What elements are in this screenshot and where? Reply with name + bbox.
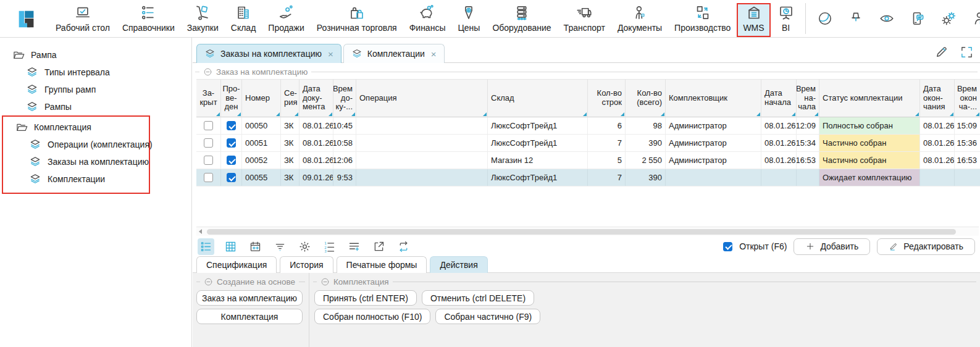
closed-checkbox[interactable] xyxy=(204,173,213,182)
pin-button[interactable] xyxy=(840,2,871,35)
cell-end_time: 15:36 xyxy=(955,135,980,151)
detail-tab[interactable]: Печатные формы xyxy=(337,256,427,273)
filter-button[interactable] xyxy=(272,238,288,255)
table-row[interactable]: 00050ЗК08.01.2610:45ЛюксСофтТрейд1698Адм… xyxy=(196,117,980,135)
edit-button[interactable]: Редактировать xyxy=(877,238,975,255)
closed-checkbox[interactable] xyxy=(204,156,213,165)
scroll-left-arrow-icon[interactable] xyxy=(199,229,202,234)
action-button[interactable]: Собран полностью (F10) xyxy=(314,309,430,324)
column-header-doc_time[interactable]: Врем до- ку-... xyxy=(333,79,356,117)
cell-doc_date: 08.01.26 xyxy=(299,152,333,169)
action-button[interactable]: Заказ на комплектацию xyxy=(196,290,303,306)
user-lock-button[interactable] xyxy=(964,2,980,35)
posted-checkbox[interactable] xyxy=(227,138,236,148)
toolbar-module-button[interactable]: Склад xyxy=(225,3,262,37)
app-logo[interactable] xyxy=(15,7,38,30)
column-header-end_time[interactable]: Врем окон ча-... xyxy=(955,79,980,117)
phone-message-icon xyxy=(910,10,926,27)
action-button[interactable]: Принять (ctrl ENTER) xyxy=(314,290,417,306)
column-header-start_date[interactable]: Дата начала xyxy=(761,79,797,117)
toolbar-module-button[interactable]: BI xyxy=(771,3,802,37)
toolbar-module-button[interactable]: Транспорт xyxy=(558,3,611,37)
toolbar-module-button[interactable]: Документы xyxy=(611,3,668,37)
add-button[interactable]: Добавить xyxy=(794,238,870,255)
tree-item[interactable]: Комплектации xyxy=(3,170,149,188)
table-row[interactable]: 00052ЗК08.01.2612:06Магазин 1252 550Адми… xyxy=(196,152,980,169)
action-button[interactable]: Комплектация xyxy=(196,309,303,324)
edit-pencil-icon[interactable] xyxy=(934,45,949,59)
column-header-picker[interactable]: Комплектовщик xyxy=(666,79,761,117)
bi-chart-icon xyxy=(777,4,795,21)
gears-button[interactable] xyxy=(933,2,964,35)
external-link-button[interactable] xyxy=(371,238,387,255)
document-tab[interactable]: Комплектации× xyxy=(343,44,445,63)
column-header-status[interactable]: Статус комплектации xyxy=(819,79,920,117)
column-header-end_date[interactable]: Дата окон- чания xyxy=(920,79,955,117)
toolbar-module-button[interactable]: Розничная торговля xyxy=(311,3,403,37)
column-header-warehouse[interactable]: Склад xyxy=(488,79,588,117)
list-add-button[interactable] xyxy=(346,238,362,255)
column-header-number[interactable]: Номер xyxy=(242,79,281,117)
tree-item[interactable]: Заказы на комплектацию xyxy=(3,153,149,170)
toolbar-module-button[interactable]: Рабочий стол xyxy=(49,3,116,37)
groupbox-header: Заказ на комплектацию xyxy=(195,67,978,77)
action-button[interactable]: Отменить (ctrl DELETE) xyxy=(422,290,534,306)
phone-message-button[interactable] xyxy=(902,2,933,35)
calendar-button[interactable] xyxy=(247,238,264,255)
toolbar-module-button[interactable]: Продажи xyxy=(262,3,310,37)
open-filter-checkbox[interactable] xyxy=(723,242,732,251)
closed-checkbox[interactable] xyxy=(204,121,213,130)
detail-tab[interactable]: История xyxy=(280,256,333,273)
column-header-operation[interactable]: Операция xyxy=(356,79,488,117)
column-header-start_time[interactable]: Врем на- чала xyxy=(797,79,819,117)
closed-checkbox[interactable] xyxy=(204,138,213,148)
collapse-icon[interactable] xyxy=(320,277,330,286)
table-header-row: За- крытПро- ве- денНомерСе- рияДата док… xyxy=(196,79,980,117)
scrollbar-thumb[interactable] xyxy=(207,229,956,235)
cell-end_date: 08.01.26 xyxy=(920,135,955,151)
column-header-lines_count[interactable]: Кол-во строк xyxy=(588,79,626,117)
grid-button[interactable] xyxy=(222,238,239,255)
column-header-closed[interactable]: За- крыт xyxy=(196,79,221,117)
table-row[interactable]: 00055ЗК09.01.269:53ЛюксСофтТрейд17390Ожи… xyxy=(196,169,980,186)
collapse-icon[interactable] xyxy=(203,67,212,77)
expand-icon[interactable] xyxy=(960,45,974,59)
tree-folder[interactable]: Рампа xyxy=(0,46,191,64)
toolbar-module-button[interactable]: Финансы xyxy=(403,3,452,37)
toolbar-module-button[interactable]: Закупки xyxy=(181,3,225,37)
toolbar-module-button[interactable]: Справочники xyxy=(116,3,181,37)
detail-tab[interactable]: Спецификация xyxy=(196,256,277,273)
toolbar-module-button[interactable]: Оборудование xyxy=(486,3,557,37)
horizontal-scrollbar[interactable] xyxy=(196,227,979,236)
document-tab[interactable]: Заказы на комплектацию× xyxy=(196,44,341,63)
gear-button[interactable] xyxy=(296,238,313,255)
detail-tab[interactable]: Действия xyxy=(430,256,487,273)
action-button[interactable]: Собран частично (F9) xyxy=(435,309,540,324)
posted-checkbox[interactable] xyxy=(227,173,236,182)
tree-item[interactable]: Группы рамп xyxy=(0,81,191,98)
numbered-list-button[interactable]: 123 xyxy=(321,238,338,255)
posted-checkbox[interactable] xyxy=(227,121,236,130)
toolbar-module-button[interactable]: WMS xyxy=(737,3,770,37)
posted-checkbox[interactable] xyxy=(227,156,236,165)
layers-icon xyxy=(204,48,216,59)
tree-item[interactable]: Операции (комплектация) xyxy=(3,136,149,153)
eye-button[interactable] xyxy=(871,2,902,35)
collapse-icon[interactable] xyxy=(204,277,213,286)
column-header-qty_total[interactable]: Кол-во (всего) xyxy=(626,79,666,117)
tree-folder[interactable]: Комплектация xyxy=(3,119,149,136)
tab-close-icon[interactable]: × xyxy=(431,49,437,59)
completion-buttons-row1: Принять (ctrl ENTER)Отменить (ctrl DELET… xyxy=(314,290,980,306)
tree-item[interactable]: Рампы xyxy=(0,98,191,115)
list-button[interactable] xyxy=(198,238,214,255)
tree-item[interactable]: Типы интервала xyxy=(0,64,191,81)
toolbar-module-button[interactable]: Цены xyxy=(451,3,486,37)
column-header-series[interactable]: Се- рия xyxy=(281,79,299,117)
column-header-doc_date[interactable]: Дата доку- мента xyxy=(299,79,333,117)
refresh-button[interactable] xyxy=(395,238,412,255)
table-row[interactable]: 00051ЗК08.01.2610:58ЛюксСофтТрейд17390Ад… xyxy=(196,135,980,152)
tab-close-icon[interactable]: × xyxy=(328,49,333,59)
pie-circle-button[interactable] xyxy=(810,2,840,35)
column-header-posted[interactable]: Про- ве- ден xyxy=(221,79,242,117)
toolbar-module-button[interactable]: Производство xyxy=(668,3,737,37)
